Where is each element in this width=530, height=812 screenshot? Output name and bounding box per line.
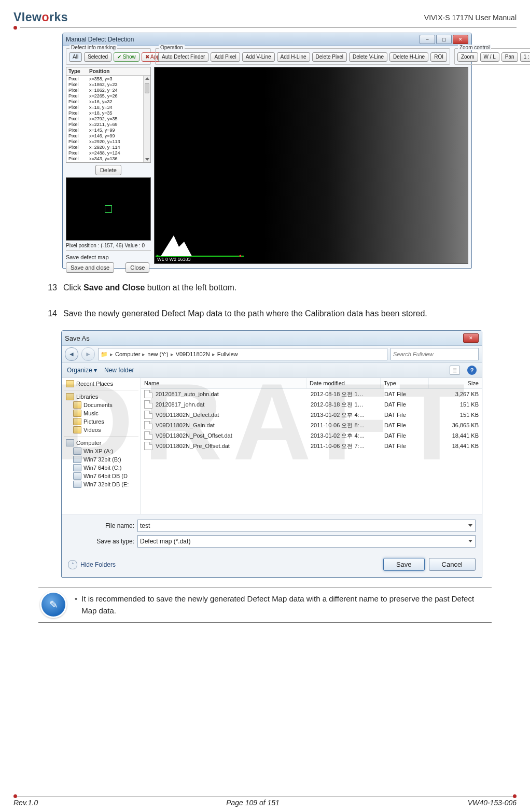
preview-thumbnail[interactable] bbox=[66, 177, 151, 241]
list-item[interactable]: 20120817_auto_john.dat2012-08-18 오전 1…DA… bbox=[141, 389, 482, 399]
chevron-up-icon: ˄ bbox=[68, 560, 77, 569]
file-icon bbox=[144, 411, 152, 419]
table-row[interactable]: Pixelx=1862, y=23 bbox=[66, 82, 150, 88]
table-row[interactable]: Pixelx=145, y=99 bbox=[66, 128, 150, 133]
defect-table[interactable]: Type Position Pixelx=358, y=3Pixelx=1862… bbox=[66, 67, 151, 163]
mdd-titlebar[interactable]: Manual Defect Detection – ▢ ✕ bbox=[63, 33, 471, 46]
zoom-11-button[interactable]: 1 : 1 bbox=[520, 52, 530, 62]
col-size[interactable]: Size bbox=[429, 378, 482, 388]
help-icon[interactable]: ? bbox=[467, 366, 477, 375]
col-position: Position bbox=[89, 68, 109, 74]
save-as-type-label: Save as type: bbox=[93, 538, 134, 545]
file-list[interactable]: Name Date modified Type Size 20120817_au… bbox=[141, 378, 482, 514]
mark-selected-button[interactable]: Selected bbox=[84, 52, 111, 62]
wl-button[interactable]: W / L bbox=[480, 52, 499, 62]
save-and-close-button[interactable]: Save and close bbox=[66, 262, 114, 273]
col-date[interactable]: Date modified bbox=[306, 378, 381, 388]
page-footer: Rev.1.0 Page 109 of 151 VW40-153-006 bbox=[13, 796, 517, 807]
image-viewport[interactable]: W1 0 W2 16383 bbox=[154, 67, 468, 264]
footer-docnum: VW40-153-006 bbox=[468, 799, 517, 807]
search-input[interactable]: Search Fullview bbox=[390, 348, 479, 360]
add-pixel-button[interactable]: Add Pixel bbox=[211, 52, 240, 62]
list-item[interactable]: V09D11802N_Gain.dat2011-10-06 오전 8:…DAT … bbox=[141, 420, 482, 430]
table-row[interactable]: Pixelx=343, y=136 bbox=[66, 156, 150, 162]
table-row[interactable]: Pixelx=358, y=3 bbox=[66, 76, 150, 82]
table-row[interactable]: Pixelx=146, y=99 bbox=[66, 133, 150, 139]
scrollbar[interactable] bbox=[143, 76, 150, 162]
drive-icon bbox=[73, 464, 81, 471]
add-vline-button[interactable]: Add V-Line bbox=[242, 52, 275, 62]
delete-button[interactable]: Delete bbox=[95, 165, 121, 175]
histogram: W1 0 W2 16383 bbox=[156, 231, 244, 262]
col-type[interactable]: Type bbox=[381, 378, 429, 388]
table-row[interactable]: Pixelx=16, y=32 bbox=[66, 99, 150, 105]
file-icon bbox=[144, 390, 152, 398]
window-close-button[interactable]: ✕ bbox=[463, 333, 479, 343]
list-item[interactable]: V09D11802N_Pre_Offset.dat2011-10-06 오전 7… bbox=[141, 441, 482, 451]
auto-defect-finder-button[interactable]: Auto Defect Finder bbox=[158, 52, 208, 62]
hide-folders-toggle[interactable]: ˄ Hide Folders bbox=[68, 560, 116, 569]
roi-box-icon bbox=[105, 205, 112, 213]
group-label: Defect info marking bbox=[69, 45, 117, 50]
file-icon bbox=[144, 442, 152, 450]
step-14: 14 Save the newly generated Defect Map d… bbox=[45, 307, 485, 320]
saveas-titlebar[interactable]: Save As ✕ bbox=[62, 331, 482, 346]
doc-title: VIVIX-S 1717N User Manual bbox=[424, 13, 517, 22]
breadcrumb[interactable]: 📁 ▸Computer ▸new (Y:) ▸V09D11802N ▸Fullv… bbox=[98, 348, 387, 360]
table-row[interactable]: Pixelx=2792, y=35 bbox=[66, 116, 150, 122]
table-row[interactable]: Pixelx=18, y=35 bbox=[66, 110, 150, 116]
pan-button[interactable]: Pan bbox=[501, 52, 518, 62]
mdd-title: Manual Defect Detection bbox=[66, 36, 420, 43]
defect-info-marking-group: Defect info marking All Selected ✔ Show … bbox=[66, 48, 151, 65]
folder-icon: 📁 bbox=[101, 351, 108, 358]
nav-back-button[interactable]: ◄ bbox=[65, 347, 78, 361]
col-type: Type bbox=[68, 68, 89, 74]
table-row[interactable]: Pixelx=2920, y=114 bbox=[66, 145, 150, 150]
svg-marker-1 bbox=[239, 255, 241, 257]
manual-defect-detection-window: Manual Defect Detection – ▢ ✕ Defect inf… bbox=[62, 33, 472, 269]
brand-logo: VIeworks bbox=[13, 10, 68, 24]
table-row[interactable]: Pixelx=1862, y=24 bbox=[66, 88, 150, 93]
save-button[interactable]: Save bbox=[383, 558, 425, 571]
view-options-icon[interactable]: ≣ bbox=[450, 366, 460, 375]
cancel-button[interactable]: Cancel bbox=[429, 558, 476, 571]
drive-icon bbox=[73, 456, 81, 463]
mark-show-button[interactable]: ✔ Show bbox=[114, 52, 140, 62]
nav-forward-button[interactable]: ► bbox=[81, 347, 95, 361]
table-row[interactable]: Pixelx=2920, y=113 bbox=[66, 139, 150, 145]
window-close-button[interactable]: ✕ bbox=[453, 35, 468, 44]
table-row[interactable]: Pixelx=2488, y=124 bbox=[66, 150, 150, 156]
mark-all-button[interactable]: All bbox=[69, 52, 82, 62]
file-name-input[interactable]: test bbox=[137, 520, 476, 532]
list-item[interactable]: V09D11802N_Defect.dat2013-01-02 오후 4:…DA… bbox=[141, 410, 482, 420]
roi-button[interactable]: ROI bbox=[430, 52, 447, 62]
maximize-button[interactable]: ▢ bbox=[436, 35, 452, 44]
list-item[interactable]: V09D11802N_Post_Offset.dat2013-01-02 오후 … bbox=[141, 430, 482, 441]
list-item[interactable]: 20120817_john.dat2012-08-18 오전 1…DAT Fil… bbox=[141, 399, 482, 410]
file-icon bbox=[144, 421, 152, 429]
zoom-button[interactable]: Zoom bbox=[457, 52, 478, 62]
saveas-title: Save As bbox=[65, 334, 90, 342]
delete-pixel-button[interactable]: Delete Pixel bbox=[312, 52, 347, 62]
new-folder-button[interactable]: New folder bbox=[104, 367, 134, 374]
col-name[interactable]: Name bbox=[141, 378, 306, 388]
note-text: It is recommended to save the newly gene… bbox=[81, 593, 489, 617]
header-rule bbox=[13, 25, 517, 30]
file-name-label: File name: bbox=[93, 522, 134, 529]
delete-hline-button[interactable]: Delete H-Line bbox=[389, 52, 428, 62]
footer-page: Page 109 of 151 bbox=[226, 799, 280, 807]
page-header: VIeworks VIVIX-S 1717N User Manual bbox=[13, 10, 517, 24]
drive-icon bbox=[73, 472, 81, 480]
table-row[interactable]: Pixelx=18, y=34 bbox=[66, 105, 150, 110]
table-row[interactable]: Pixelx=2211, y=69 bbox=[66, 122, 150, 128]
minimize-button[interactable]: – bbox=[420, 35, 435, 44]
delete-vline-button[interactable]: Delete V-Line bbox=[349, 52, 387, 62]
save-as-type-select[interactable]: Defect map (*.dat) bbox=[137, 535, 476, 548]
navigation-tree[interactable]: Recent Places Libraries Documents Music … bbox=[62, 378, 141, 514]
add-hline-button[interactable]: Add H-Line bbox=[277, 52, 310, 62]
group-label: Operation bbox=[159, 45, 185, 50]
close-button[interactable]: Close bbox=[125, 262, 149, 273]
organize-menu[interactable]: Organize ▾ bbox=[67, 367, 97, 374]
drive-icon bbox=[73, 481, 81, 488]
table-row[interactable]: Pixelx=2265, y=26 bbox=[66, 93, 150, 99]
